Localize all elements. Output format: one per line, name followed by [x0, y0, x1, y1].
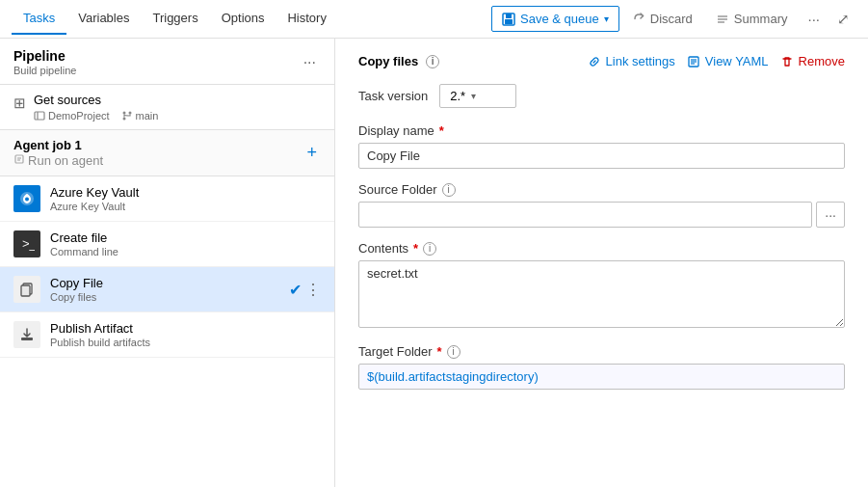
create-file-name: Create file: [50, 230, 321, 245]
contents-textarea[interactable]: secret.txt: [358, 260, 845, 328]
display-name-required: *: [439, 123, 444, 138]
source-folder-info-icon[interactable]: i: [442, 183, 456, 197]
contents-required: *: [413, 241, 418, 256]
copy-svg: [18, 281, 36, 298]
svg-point-8: [122, 112, 125, 115]
top-nav-actions: Save & queue ▾ Discard Summary ··· ⤢: [491, 6, 856, 33]
svg-point-9: [122, 118, 125, 121]
publish-artifact-desc: Publish build artifacts: [50, 337, 321, 348]
publish-artifact-text: Publish Artifact Publish build artifacts: [50, 321, 321, 348]
get-sources-branch: main: [121, 110, 159, 122]
tab-triggers[interactable]: Triggers: [141, 3, 209, 35]
task-header: Copy files i Link settings: [358, 54, 845, 68]
top-nav: Tasks Variables Triggers Options History…: [0, 0, 868, 39]
remove-button[interactable]: Remove: [780, 54, 845, 68]
sidebar: Pipeline Build pipeline ··· ⊞ Get source…: [0, 39, 335, 487]
azure-key-vault-icon: [13, 185, 40, 212]
svg-point-10: [128, 112, 131, 115]
target-folder-label: Target Folder * i: [358, 344, 845, 359]
branch-icon: [121, 110, 133, 122]
view-yaml-button[interactable]: View YAML: [687, 54, 769, 68]
svg-rect-11: [15, 155, 23, 163]
copy-file-desc: Copy files: [50, 291, 289, 303]
check-icon: ✔: [289, 281, 302, 299]
remove-icon: [780, 55, 794, 68]
sidebar-item-copy-file[interactable]: Copy File Copy files ✔ ⋮: [0, 267, 334, 312]
sidebar-item-publish-artifact[interactable]: Publish Artifact Publish build artifacts: [0, 312, 334, 358]
save-icon: [502, 13, 515, 26]
sidebar-item-create-file[interactable]: >_ Create file Command line: [0, 222, 334, 267]
add-task-button[interactable]: +: [302, 143, 321, 163]
nav-tabs: Tasks Variables Triggers Options History: [12, 3, 338, 35]
display-name-input[interactable]: [358, 143, 845, 169]
copy-file-actions: ✔ ⋮: [289, 281, 321, 299]
pipeline-subtitle: Build pipeline: [13, 65, 76, 76]
version-chevron-icon: ▾: [471, 91, 476, 101]
key-vault-svg: [18, 190, 36, 207]
copy-file-more-button[interactable]: ⋮: [305, 281, 321, 299]
save-queue-button[interactable]: Save & queue ▾: [491, 6, 619, 32]
pipeline-title: Pipeline: [13, 48, 76, 64]
source-folder-group: Source Folder i ···: [358, 182, 845, 228]
copy-file-name: Copy File: [50, 276, 289, 290]
more-button[interactable]: ···: [801, 6, 827, 32]
source-folder-browse-button[interactable]: ···: [816, 202, 845, 228]
contents-info-icon[interactable]: i: [423, 242, 436, 256]
publish-artifact-name: Publish Artifact: [50, 321, 321, 336]
tab-variables[interactable]: Variables: [66, 3, 141, 35]
target-folder-group: Target Folder * i: [358, 344, 845, 390]
version-select[interactable]: 2.* ▾: [439, 84, 516, 108]
display-name-group: Display name *: [358, 123, 845, 169]
sidebar-item-azure-key-vault[interactable]: Azure Key Vault Azure Key Vault: [0, 176, 334, 222]
azure-key-vault-desc: Azure Key Vault: [50, 201, 321, 212]
tab-options[interactable]: Options: [210, 3, 276, 35]
sidebar-list: ⊞ Get sources DemoProject main: [0, 85, 334, 487]
summary-button[interactable]: Summary: [706, 7, 798, 31]
agent-job-text: Agent job 1 Run on agent: [13, 138, 103, 168]
task-title: Copy files i: [358, 54, 439, 68]
azure-key-vault-text: Azure Key Vault Azure Key Vault: [50, 185, 321, 212]
publish-artifact-icon: [13, 321, 40, 348]
svg-point-15: [25, 198, 29, 202]
display-name-label: Display name *: [358, 123, 845, 138]
svg-rect-6: [35, 112, 44, 120]
pipeline-info: Pipeline Build pipeline: [13, 48, 76, 76]
create-file-desc: Command line: [50, 246, 321, 257]
yaml-icon: [687, 55, 700, 68]
get-sources-project: DemoProject: [34, 110, 110, 122]
target-folder-required: *: [437, 344, 442, 359]
cmd-svg: >_: [19, 236, 35, 252]
expand-button[interactable]: ⤢: [830, 6, 856, 33]
svg-rect-1: [506, 14, 512, 18]
tab-tasks[interactable]: Tasks: [12, 3, 66, 35]
svg-text:>_: >_: [22, 236, 35, 251]
get-sources-item[interactable]: ⊞ Get sources DemoProject main: [0, 85, 334, 130]
pipeline-more-button[interactable]: ···: [299, 52, 321, 73]
svg-rect-2: [505, 19, 513, 24]
agent-icon: [13, 153, 25, 165]
link-settings-button[interactable]: Link settings: [588, 54, 675, 68]
discard-button[interactable]: Discard: [623, 7, 702, 31]
pipeline-header: Pipeline Build pipeline ···: [0, 39, 334, 85]
save-queue-chevron: ▾: [604, 14, 609, 24]
task-actions: Link settings View YAML: [588, 54, 845, 68]
contents-label: Contents * i: [358, 241, 845, 256]
target-folder-info-icon[interactable]: i: [447, 345, 460, 359]
source-folder-input[interactable]: [358, 202, 812, 228]
copy-file-icon: [13, 276, 40, 303]
svg-rect-20: [21, 338, 33, 340]
agent-job-title: Agent job 1: [13, 138, 103, 152]
get-sources-text: Get sources DemoProject main: [34, 93, 158, 122]
azure-key-vault-name: Azure Key Vault: [50, 185, 321, 200]
link-settings-icon: [588, 55, 601, 68]
agent-job-item[interactable]: Agent job 1 Run on agent +: [0, 130, 334, 176]
contents-group: Contents * i secret.txt: [358, 241, 845, 331]
version-value: 2.*: [450, 89, 465, 103]
source-folder-input-group: ···: [358, 202, 845, 228]
create-file-icon: >_: [13, 230, 40, 257]
target-folder-input[interactable]: [358, 364, 845, 390]
create-file-text: Create file Command line: [50, 230, 321, 257]
task-title-info-icon[interactable]: i: [426, 55, 439, 68]
svg-rect-19: [21, 285, 30, 296]
tab-history[interactable]: History: [276, 3, 337, 35]
